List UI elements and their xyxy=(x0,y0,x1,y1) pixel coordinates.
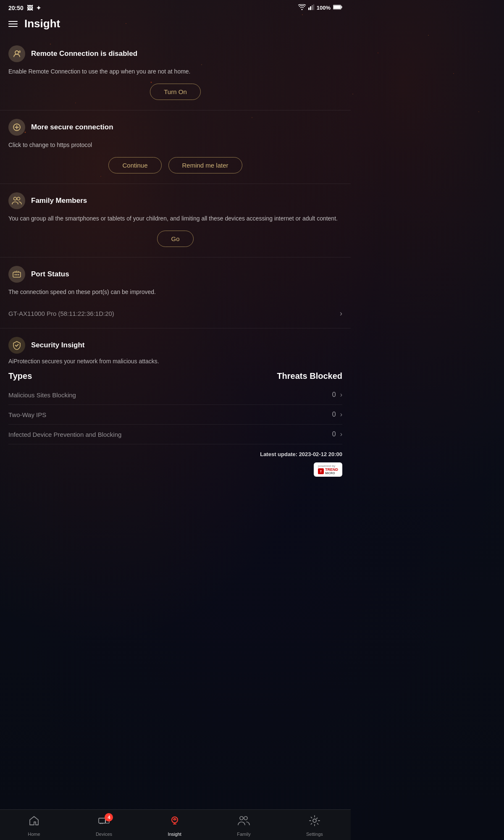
family-members-title: Family Members xyxy=(31,197,87,205)
security-insight-description: AiProtection secures your network from m… xyxy=(8,358,342,365)
battery-icon xyxy=(333,5,342,11)
types-threats-header: Types Threats Blocked xyxy=(8,371,342,381)
types-label: Types xyxy=(8,371,32,381)
security-shield-icon xyxy=(8,337,25,354)
hamburger-menu[interactable] xyxy=(8,21,18,27)
remote-connection-title: Remote Connection is disabled xyxy=(31,50,137,58)
port-status-title: Port Status xyxy=(31,270,69,278)
threat-chevron-infected: › xyxy=(340,430,342,438)
svg-point-7 xyxy=(15,51,18,54)
signal-icon xyxy=(308,4,314,11)
threat-count-infected: 0 xyxy=(332,430,336,438)
router-chevron-icon: › xyxy=(340,309,342,318)
svg-rect-5 xyxy=(333,5,341,9)
security-insight-section: Security Insight AiProtection secures yo… xyxy=(0,328,351,483)
continue-button[interactable]: Continue xyxy=(108,157,161,173)
remote-connection-description: Enable Remote Connection to use the app … xyxy=(8,67,342,76)
go-button[interactable]: Go xyxy=(157,231,193,247)
secure-connection-section: More secure connection Click to change t… xyxy=(0,110,351,184)
router-row[interactable]: GT-AX11000 Pro (58:11:22:36:1D:20) › xyxy=(8,304,342,318)
router-name: GT-AX11000 Pro (58:11:22:36:1D:20) xyxy=(8,310,114,317)
security-insight-title: Security Insight xyxy=(31,341,85,349)
threat-row-malicious[interactable]: Malicious Sites Blocking 0 › xyxy=(8,385,342,405)
extra-icon: ✦ xyxy=(36,5,41,11)
svg-rect-6 xyxy=(341,6,342,8)
svg-point-11 xyxy=(17,197,20,200)
battery-status: 100% xyxy=(317,5,331,11)
app-title: Insight xyxy=(24,17,60,30)
svg-rect-1 xyxy=(310,6,311,10)
threat-chevron-ips: › xyxy=(340,411,342,418)
latest-update: Latest update: 2023-02-12 20:00 xyxy=(8,451,342,457)
app-header: Insight xyxy=(0,14,351,37)
threat-name-malicious: Malicious Sites Blocking xyxy=(8,391,76,399)
remote-icon xyxy=(8,45,25,62)
svg-rect-0 xyxy=(308,8,310,10)
secure-connection-title: More secure connection xyxy=(31,123,113,131)
trend-sub-label: MICRO xyxy=(325,472,338,475)
gallery-icon: 🖼 xyxy=(27,5,33,11)
port-status-description: The connection speed on these port(s) ca… xyxy=(8,288,342,297)
svg-point-8 xyxy=(18,51,20,52)
status-bar: 20:50 🖼 ✦ xyxy=(0,0,351,14)
trend-micro-logo: powered by T TREND MICRO xyxy=(8,462,342,477)
secure-icon xyxy=(8,119,25,136)
threats-blocked-label: Threats Blocked xyxy=(277,371,342,381)
svg-point-13 xyxy=(15,274,16,276)
turn-on-button[interactable]: Turn On xyxy=(150,84,200,100)
wifi-icon xyxy=(298,4,306,11)
threat-name-infected: Infected Device Prevention and Blocking xyxy=(8,431,121,438)
trend-label: TREND xyxy=(325,468,338,472)
remote-connection-section: Remote Connection is disabled Enable Rem… xyxy=(0,37,351,110)
svg-point-10 xyxy=(14,197,17,200)
port-icon xyxy=(8,266,25,283)
svg-point-15 xyxy=(18,274,19,276)
threat-count-ips: 0 xyxy=(332,411,336,418)
threat-chevron-malicious: › xyxy=(340,391,342,399)
family-members-section: Family Members You can group all the sma… xyxy=(0,184,351,257)
family-icon xyxy=(8,192,25,209)
svg-rect-3 xyxy=(313,4,314,10)
port-status-section: Port Status The connection speed on thes… xyxy=(0,257,351,328)
threat-count-malicious: 0 xyxy=(332,391,336,399)
secure-connection-description: Click to change to https protocol xyxy=(8,141,342,150)
family-members-description: You can group all the smartphones or tab… xyxy=(8,214,342,223)
threat-name-ips: Two-Way IPS xyxy=(8,411,46,418)
threat-row-ips[interactable]: Two-Way IPS 0 › xyxy=(8,405,342,425)
svg-point-14 xyxy=(16,274,18,276)
status-time: 20:50 xyxy=(8,5,24,11)
threat-row-infected[interactable]: Infected Device Prevention and Blocking … xyxy=(8,425,342,444)
svg-rect-2 xyxy=(312,5,313,10)
remind-later-button[interactable]: Remind me later xyxy=(168,157,242,173)
